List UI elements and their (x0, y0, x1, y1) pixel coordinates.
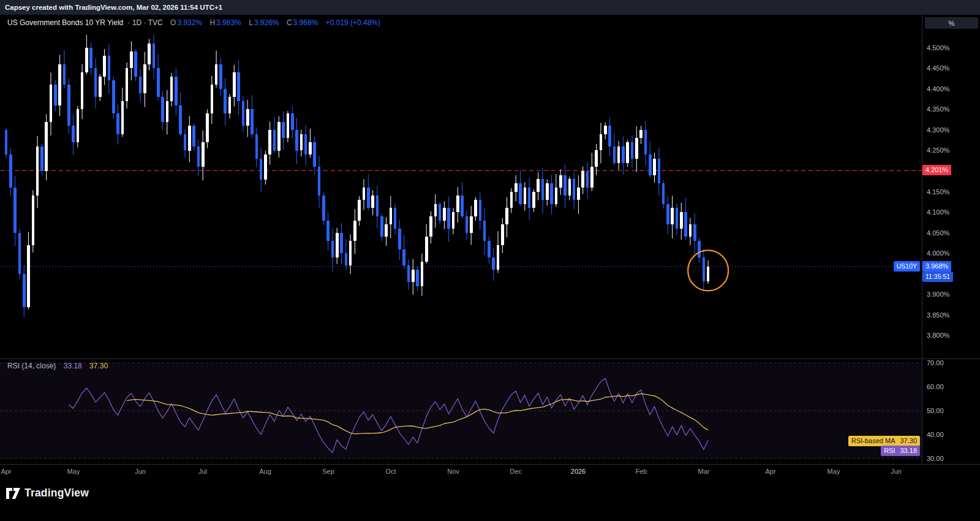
ohlc-close-value: 3.968% (293, 18, 318, 27)
rsi-title[interactable]: RSI (14, close) (7, 362, 56, 370)
time-axis-label: Aug (259, 468, 271, 475)
time-axis-label: Apr (1, 468, 11, 475)
time-axis-label: Feb (636, 468, 647, 475)
rsi-ma-chip-label: RSI-based MA (851, 436, 895, 446)
price-axis-tick: 4.350% (927, 105, 949, 113)
rsi-ma-chip-value: 37.30 (900, 436, 917, 446)
price-axis-tick: 4.250% (927, 146, 949, 154)
time-axis-label: 2026 (571, 468, 586, 475)
price-axis-tick: 4.100% (927, 208, 949, 216)
price-axis-tick: 4.050% (927, 229, 949, 237)
price-axis-tick: 4.450% (927, 64, 949, 72)
time-axis-label: Dec (510, 468, 522, 475)
time-axis-label: May (827, 468, 840, 475)
rsi-chip-value: 33.18 (900, 446, 917, 456)
ohlc-open-value: 3.932% (177, 18, 202, 27)
time-scale[interactable]: AprMayJunJulAugSepOctNovDec2026FebMarApr… (0, 464, 980, 479)
chart-plot-area[interactable]: US Government Bonds 10 YR Yield · 1D · T… (0, 15, 922, 464)
tradingview-wordmark: TradingView (24, 487, 89, 500)
tradingview-logo[interactable]: TradingView (6, 487, 89, 500)
tradingview-logo-icon (6, 488, 20, 499)
rsi-axis-tick: 70.00 (927, 359, 944, 367)
change-value: +0.019 (+0.48%) (326, 18, 380, 27)
time-axis-label: Nov (447, 468, 459, 475)
time-axis-label: Oct (385, 468, 396, 475)
rsi-chip: RSI 33.18 (881, 446, 920, 456)
price-scale-unit-button[interactable]: % (925, 17, 978, 29)
footer-bar: TradingView (0, 479, 980, 521)
last-price-symbol-chip: US10Y (894, 261, 920, 272)
price-axis-tick: 4.400% (927, 85, 949, 93)
ohlc-high-value: 3.983% (216, 18, 241, 27)
rsi-axis-tick: 60.00 (927, 382, 944, 391)
rsi-legend-value: 33.18 (64, 362, 82, 370)
ohlc-high-label: H (209, 18, 215, 27)
rsi-axis-tick: 30.00 (927, 454, 944, 463)
time-axis-label: Jul (198, 468, 207, 475)
price-axis-tick: 4.150% (927, 188, 949, 196)
ohlc-close-label: C (287, 18, 292, 27)
price-scale[interactable]: % 4.201% 3.968% 11:35:51 4.500%4.450%4.4… (922, 15, 980, 479)
last-price-label: 3.968% (922, 261, 951, 272)
bar-countdown-label: 11:35:51 (922, 272, 953, 282)
time-axis-label: Apr (765, 468, 775, 475)
symbol-title[interactable]: US Government Bonds 10 YR Yield (7, 18, 123, 27)
red-level-price-label: 4.201% (922, 165, 951, 175)
ohlc-open-label: O (170, 18, 176, 27)
rsi-ma-legend-value: 37.30 (89, 362, 108, 370)
attribution-bar: Capsey created with TradingView.com, Mar… (0, 0, 980, 15)
attribution-text: Capsey created with TradingView.com, Mar… (5, 4, 222, 11)
price-axis-tick: 3.900% (927, 290, 949, 299)
time-axis-label: Mar (698, 468, 710, 475)
time-axis-label: May (67, 468, 80, 475)
price-axis-tick: 3.800% (927, 331, 949, 340)
price-axis-tick: 3.850% (927, 311, 949, 319)
time-axis-label: Sep (322, 468, 334, 475)
time-axis-label: Jun (891, 468, 902, 475)
price-axis-tick: 4.500% (927, 44, 949, 52)
rsi-ma-chip: RSI-based MA 37.30 (848, 436, 920, 446)
rsi-axis-tick: 50.00 (927, 406, 944, 415)
rsi-chip-label: RSI (884, 446, 895, 456)
price-axis-tick: 4.300% (927, 126, 949, 134)
ohlc-low-label: L (249, 18, 253, 27)
price-axis-tick: 4.000% (927, 249, 949, 257)
symbol-interval-exchange[interactable]: · 1D · TVC (128, 18, 163, 27)
symbol-legend[interactable]: US Government Bonds 10 YR Yield · 1D · T… (7, 18, 380, 27)
time-axis-label: Jun (135, 468, 146, 475)
rsi-axis-tick: 40.00 (927, 430, 944, 439)
ohlc-low-value: 3.926% (254, 18, 279, 27)
rsi-legend[interactable]: RSI (14, close) 33.18 37.30 (7, 362, 108, 370)
